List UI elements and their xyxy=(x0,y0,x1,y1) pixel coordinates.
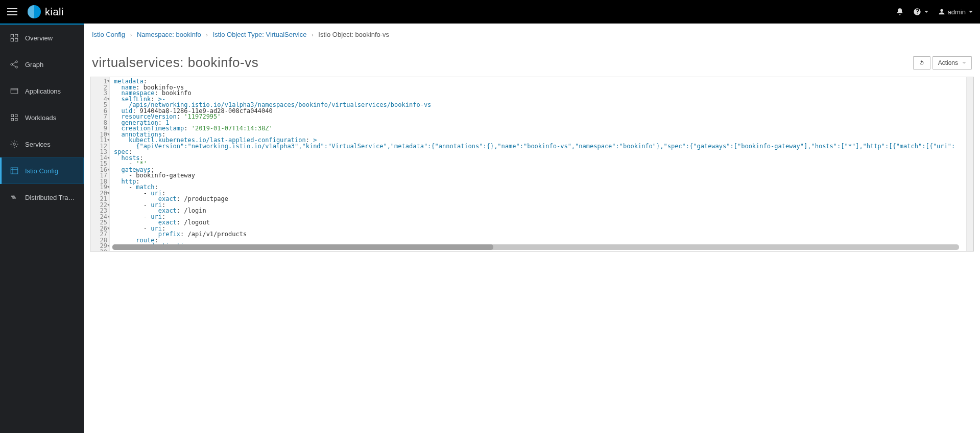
svg-rect-7 xyxy=(11,88,18,94)
refresh-button[interactable] xyxy=(913,56,930,70)
svg-rect-11 xyxy=(15,119,18,121)
breadcrumb-link[interactable]: Namespace: bookinfo xyxy=(137,31,201,38)
menu-toggle-button[interactable] xyxy=(7,6,18,17)
actions-label: Actions xyxy=(938,59,958,66)
sidebar-item-label: Distributed Traci… xyxy=(25,194,76,201)
editor-code-area[interactable]: metadata: name: bookinfo-vs namespace: b… xyxy=(110,77,966,251)
user-menu[interactable]: admin xyxy=(938,8,973,16)
brand-name: kiali xyxy=(45,6,64,18)
bell-icon xyxy=(896,8,904,16)
user-name: admin xyxy=(948,8,966,16)
sidebar-item-istio-config[interactable]: Istio Config xyxy=(0,157,84,184)
help-dropdown[interactable] xyxy=(913,8,928,16)
sidebar-item-label: Graph xyxy=(25,61,43,69)
svg-point-12 xyxy=(13,143,16,146)
breadcrumb-current: Istio Object: bookinfo-vs xyxy=(318,31,389,38)
svg-rect-9 xyxy=(15,115,18,117)
editor-gutter: 1234567891011121314151617181920212223242… xyxy=(90,77,110,251)
svg-rect-1 xyxy=(15,34,18,37)
svg-rect-0 xyxy=(11,34,13,37)
editor-vertical-scrollbar[interactable] xyxy=(966,77,973,251)
help-icon xyxy=(913,8,921,16)
svg-point-4 xyxy=(11,63,13,65)
breadcrumb: Istio Config › Namespace: bookinfo › Ist… xyxy=(90,24,974,40)
sidebar-item-label: Istio Config xyxy=(25,167,58,175)
brand-logo[interactable]: kiali xyxy=(28,5,64,18)
sidebar-item-label: Applications xyxy=(25,87,61,95)
notifications-button[interactable] xyxy=(896,8,904,16)
refresh-icon xyxy=(919,60,925,66)
actions-dropdown[interactable]: Actions xyxy=(933,56,972,70)
svg-rect-10 xyxy=(11,119,14,121)
chevron-down-icon xyxy=(969,11,973,13)
page-title-type: virtualservices: xyxy=(92,55,184,70)
breadcrumb-separator: › xyxy=(203,32,211,38)
chevron-down-icon xyxy=(924,11,928,13)
yaml-editor[interactable]: 1234567891011121314151617181920212223242… xyxy=(90,77,974,252)
breadcrumb-link[interactable]: Istio Object Type: VirtualService xyxy=(213,31,307,38)
svg-rect-8 xyxy=(11,115,14,117)
sidebar-item-graph[interactable]: Graph xyxy=(0,51,84,78)
page-title: virtualservices: bookinfo-vs xyxy=(92,55,258,71)
workloads-icon xyxy=(10,113,19,122)
user-icon xyxy=(938,8,946,16)
sidebar-item-services[interactable]: Services xyxy=(0,131,84,157)
sidebar-item-applications[interactable]: Applications xyxy=(0,78,84,104)
breadcrumb-separator: › xyxy=(127,32,135,38)
kiali-logo-icon xyxy=(28,5,41,18)
svg-rect-3 xyxy=(15,39,18,41)
topbar: kiali admin xyxy=(0,0,980,24)
graph-icon xyxy=(10,60,19,69)
sidebar-item-overview[interactable]: Overview xyxy=(0,25,84,51)
breadcrumb-separator: › xyxy=(308,32,317,38)
services-icon xyxy=(10,140,19,149)
svg-rect-13 xyxy=(11,168,18,174)
sidebar-item-workloads[interactable]: Workloads xyxy=(0,104,84,131)
main-content: Istio Config › Namespace: bookinfo › Ist… xyxy=(84,24,980,433)
topbar-actions: admin xyxy=(896,8,973,16)
svg-rect-2 xyxy=(11,39,13,41)
sidebar-item-label: Overview xyxy=(25,34,53,42)
istio-config-icon xyxy=(10,166,19,175)
chevron-down-icon xyxy=(962,62,966,64)
sidebar-item-distributed-tracing[interactable]: Distributed Traci… xyxy=(0,184,84,211)
sidebar-item-label: Workloads xyxy=(25,114,56,122)
overview-icon xyxy=(10,33,19,42)
editor-horizontal-scrollbar[interactable] xyxy=(112,244,959,250)
sidebar: Overview Graph Applications Workloads Se… xyxy=(0,24,84,433)
breadcrumb-link[interactable]: Istio Config xyxy=(92,31,125,38)
svg-point-6 xyxy=(16,66,18,68)
sidebar-item-label: Services xyxy=(25,141,51,148)
svg-point-5 xyxy=(16,61,18,63)
applications-icon xyxy=(10,86,19,96)
tracing-icon xyxy=(10,193,19,202)
page-title-name: bookinfo-vs xyxy=(188,55,258,70)
